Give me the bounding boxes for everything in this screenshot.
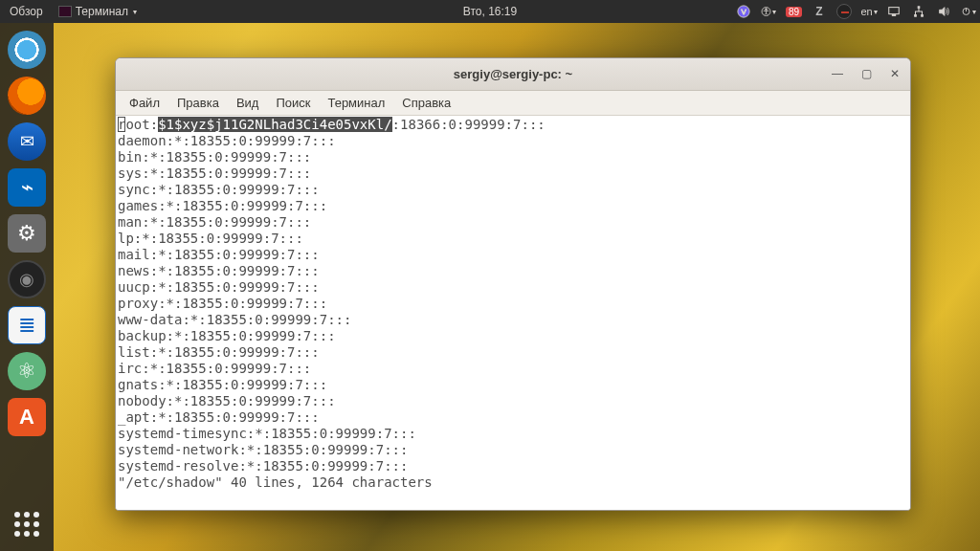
maximize-button[interactable]: ▢ (857, 64, 876, 83)
volume-icon[interactable] (936, 4, 951, 19)
line: bin:*:18355:0:99999:7::: (118, 149, 311, 165)
line: uucp:*:18355:0:99999:7::: (118, 279, 320, 295)
top-panel: Обзор Терминал ▾ Вто, 16:19 V ▾ 89 Z en … (0, 0, 980, 23)
window-title: sergiy@sergiy-pc: ~ (454, 67, 572, 81)
line: mail:*:18355:0:99999:7::: (118, 247, 320, 262)
keyboard-layout[interactable]: en ▾ (861, 4, 877, 19)
dock (0, 23, 54, 551)
svg-rect-5 (892, 15, 896, 16)
status-indicator-icon[interactable] (836, 4, 852, 19)
status-line: "/etc/shadow" 40 lines, 1264 characters (118, 474, 433, 490)
app-menu-label: Терминал (76, 5, 128, 18)
app-menu[interactable]: Терминал ▾ (58, 5, 137, 18)
vscode-icon (8, 168, 46, 207)
chevron-down-icon: ▾ (972, 8, 976, 16)
software-icon (8, 398, 46, 436)
dock-settings[interactable] (6, 212, 48, 254)
line: systemd-timesync:*:18355:0:99999:7::: (118, 426, 416, 441)
dock-chromium[interactable] (6, 29, 48, 71)
line: sys:*:18355:0:99999:7::: (118, 165, 311, 181)
line: systemd-resolve:*:18355:0:99999:7::: (118, 458, 408, 474)
line: backup:*:18355:0:99999:7::: (118, 328, 336, 343)
writer-icon (8, 306, 46, 344)
chromium-icon (8, 31, 46, 69)
show-applications[interactable] (8, 505, 46, 543)
line: www-data:*:18355:0:99999:7::: (118, 312, 351, 327)
dock-obs[interactable] (6, 258, 48, 300)
line: man:*:18355:0:99999:7::: (118, 214, 311, 230)
accessibility-icon[interactable]: ▾ (761, 4, 776, 19)
line: games:*:18355:0:99999:7::: (118, 198, 327, 213)
menu-edit[interactable]: Правка (169, 94, 227, 112)
dock-vscode[interactable] (6, 166, 48, 209)
svg-rect-4 (889, 8, 900, 14)
line: lp:*:18355:0:99999:7::: (118, 231, 303, 246)
terminal-icon (58, 6, 72, 17)
line: daemon:*:18355:0:99999:7::: (118, 133, 336, 148)
line: news:*:18355:0:99999:7::: (118, 263, 320, 278)
window-controls: — ▢ ✕ (828, 64, 904, 83)
svg-rect-7 (915, 15, 917, 17)
activities-button[interactable]: Обзор (4, 5, 49, 18)
top-panel-right: V ▾ 89 Z en ▾ ▾ (736, 4, 976, 19)
dock-firefox[interactable] (6, 75, 48, 117)
chevron-down-icon: ▾ (133, 8, 137, 16)
firefox-icon (8, 77, 46, 115)
menu-terminal[interactable]: Терминал (320, 94, 392, 112)
line: nobody:*:18355:0:99999:7::: (118, 393, 336, 408)
display-icon[interactable] (886, 4, 902, 19)
menubar: Файл Правка Вид Поиск Терминал Справка (116, 91, 910, 116)
selection: $1$xyz$j11G2NLhad3Ci4e05vxKl/ (158, 117, 391, 132)
text: :18366:0:99999:7::: (392, 117, 546, 132)
top-panel-left: Обзор Терминал ▾ (4, 5, 137, 18)
menu-file[interactable]: Файл (122, 94, 167, 112)
dock-thunderbird[interactable] (6, 121, 48, 163)
line: list:*:18355:0:99999:7::: (118, 344, 320, 360)
line: sync:*:18355:0:99999:7::: (118, 182, 320, 197)
line: systemd-network:*:18355:0:99999:7::: (118, 442, 408, 457)
menu-help[interactable]: Справка (394, 94, 458, 112)
terminal-window: sergiy@sergiy-pc: ~ — ▢ ✕ Файл Правка Ви… (115, 57, 911, 511)
power-icon[interactable]: ▾ (961, 4, 976, 19)
dock-atom[interactable] (6, 350, 48, 392)
minimize-button[interactable]: — (828, 64, 847, 83)
line: gnats:*:18355:0:99999:7::: (118, 377, 327, 392)
terminal-output[interactable]: root:$1$xyz$j11G2NLhad3Ci4e05vxKl/:18366… (116, 116, 910, 510)
titlebar[interactable]: sergiy@sergiy-pc: ~ — ▢ ✕ (116, 58, 910, 91)
atom-icon (8, 352, 46, 390)
dock-software[interactable] (6, 396, 48, 438)
line: irc:*:18355:0:99999:7::: (118, 361, 311, 376)
network-icon[interactable] (911, 4, 926, 19)
menu-view[interactable]: Вид (229, 94, 267, 112)
chevron-down-icon: ▾ (874, 8, 878, 16)
keyboard-layout-label: en (860, 6, 872, 17)
zorin-icon[interactable]: Z (812, 4, 827, 19)
close-button[interactable]: ✕ (885, 64, 904, 83)
svg-rect-6 (918, 7, 920, 9)
thunderbird-icon (8, 122, 46, 161)
svg-text:V: V (741, 8, 746, 16)
line: proxy:*:18355:0:99999:7::: (118, 296, 327, 311)
obs-icon (8, 260, 46, 298)
text: oot: (125, 117, 158, 132)
svg-point-3 (765, 9, 767, 11)
clock[interactable]: Вто, 16:19 (463, 5, 517, 18)
update-badge[interactable]: 89 (786, 7, 802, 17)
chevron-down-icon: ▾ (772, 8, 776, 16)
settings-icon (8, 214, 46, 253)
viber-tray-icon[interactable]: V (736, 4, 751, 19)
svg-rect-8 (922, 15, 924, 17)
dock-writer[interactable] (6, 304, 48, 346)
menu-search[interactable]: Поиск (268, 94, 318, 112)
line: _apt:*:18355:0:99999:7::: (118, 409, 320, 425)
